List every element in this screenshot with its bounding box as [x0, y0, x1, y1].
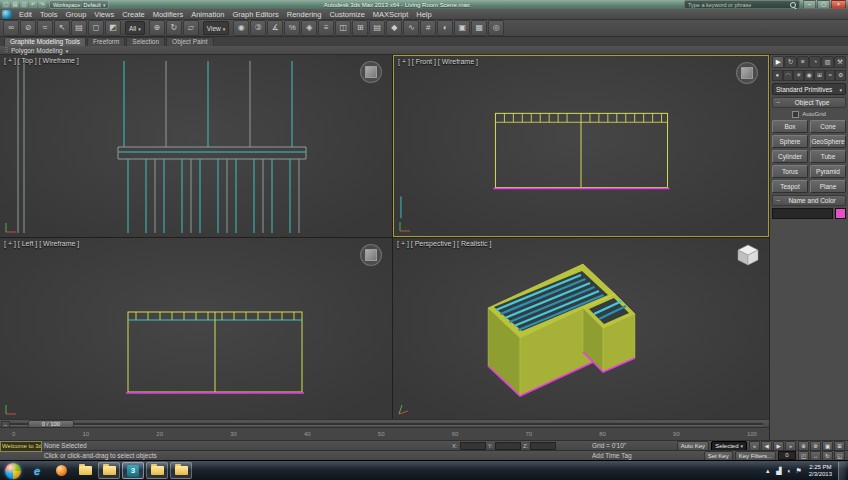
infocenter-search[interactable]: Type a keyword or phrase	[684, 0, 800, 9]
object-type-rollout[interactable]: − Object Type	[772, 97, 846, 108]
track-bar[interactable]: 0102030405060708090100	[0, 427, 769, 440]
window-crossing-icon[interactable]: ◩	[105, 20, 121, 36]
menu-item[interactable]: Graph Editors	[229, 9, 283, 20]
app-logo-icon[interactable]	[2, 10, 12, 19]
tray-volume-icon[interactable]: ◖	[785, 467, 793, 475]
viewport-perspective[interactable]: [ + ] [ Perspective ] [ Realistic ]	[393, 238, 769, 419]
hierarchy-tab-icon[interactable]: ≡	[797, 56, 809, 68]
start-button[interactable]	[5, 463, 21, 479]
wall-front-wireframe[interactable]	[401, 113, 670, 218]
viewcube[interactable]	[736, 62, 758, 84]
taskbar-internet-explorer[interactable]: e	[26, 462, 48, 479]
perspective-viewport-canvas[interactable]	[393, 238, 769, 419]
orbit-icon[interactable]: ↻	[822, 451, 833, 461]
object-type-button[interactable]: Teapot	[772, 180, 808, 193]
viewcube-face[interactable]	[365, 249, 377, 261]
redo-icon[interactable]: ↷	[38, 1, 46, 8]
viewport-left-label[interactable]: [ + ] [ Left ] [ Wireframe ]	[4, 240, 79, 247]
taskbar-media-player[interactable]	[50, 462, 72, 479]
layer-manager-icon[interactable]: ▤	[369, 20, 385, 36]
previous-frame-icon[interactable]: ◀	[761, 441, 772, 451]
auto-key-button[interactable]: Auto Key	[677, 441, 709, 451]
play-icon[interactable]: ▶	[773, 441, 784, 451]
taskbar-3ds-max[interactable]: 3	[122, 462, 144, 479]
room-model[interactable]	[488, 264, 635, 396]
menu-item[interactable]: Edit	[15, 9, 36, 20]
tray-network-icon[interactable]: ▟	[775, 467, 783, 475]
undo-icon[interactable]: ↶	[29, 1, 37, 8]
percent-snap-icon[interactable]: %	[284, 20, 300, 36]
maximize-viewport-toggle-icon[interactable]: ◱	[834, 451, 845, 461]
menu-item[interactable]: Views	[90, 9, 118, 20]
wall-plan-wireframe[interactable]	[18, 59, 306, 233]
viewcube-face[interactable]	[365, 66, 377, 78]
taskbar-folder-window-3[interactable]	[170, 462, 192, 479]
taskbar-folder-window-1[interactable]	[98, 462, 120, 479]
bind-to-space-warp-icon[interactable]: ≈	[37, 20, 53, 36]
select-and-move-icon[interactable]: ⊕	[149, 20, 165, 36]
rectangular-selection-region-icon[interactable]: ◻	[88, 20, 104, 36]
select-object-icon[interactable]: ↖	[54, 20, 70, 36]
menu-item[interactable]: Group	[61, 9, 90, 20]
shapes-icon[interactable]: ◠	[783, 70, 794, 81]
pan-icon[interactable]: ↔	[810, 451, 821, 461]
spinner-snap-icon[interactable]: ◈	[301, 20, 317, 36]
menu-item[interactable]: Modifiers	[149, 9, 187, 20]
object-type-button[interactable]: Sphere	[772, 135, 808, 148]
material-editor-icon[interactable]: ◐	[437, 20, 453, 36]
front-viewport-canvas[interactable]	[394, 56, 768, 236]
viewport-perspective-label[interactable]: [ + ] [ Perspective ] [ Realistic ]	[397, 240, 491, 247]
tray-expand-icon[interactable]: ▴	[764, 467, 772, 475]
render-production-icon[interactable]: ◎	[488, 20, 504, 36]
graphite-ribbon-toggle-icon[interactable]: ◆	[386, 20, 402, 36]
menu-item[interactable]: Rendering	[283, 9, 326, 20]
zoom-extents-all-icon[interactable]: ⊞	[834, 441, 845, 451]
minimize-button[interactable]: –	[803, 0, 816, 9]
x-coordinate-field[interactable]	[460, 442, 486, 450]
object-type-button[interactable]: Cylinder	[772, 150, 808, 163]
primitive-category-dropdown[interactable]: Standard Primitives	[772, 83, 846, 95]
top-viewport-canvas[interactable]	[0, 55, 392, 237]
menu-item[interactable]: MAXScript	[369, 9, 412, 20]
display-tab-icon[interactable]: ▥	[821, 56, 833, 68]
set-key-button[interactable]: Set Key	[704, 451, 733, 461]
object-type-button[interactable]: Box	[772, 120, 808, 133]
systems-icon[interactable]: ⚙	[835, 70, 846, 81]
viewport-front-label[interactable]: [ + ] [ Front ] [ Wireframe ]	[398, 58, 478, 65]
select-and-rotate-icon[interactable]: ↻	[166, 20, 182, 36]
snaps-toggle-icon[interactable]: ③	[250, 20, 266, 36]
object-type-button[interactable]: Cone	[810, 120, 846, 133]
taskbar-folder-window-2[interactable]	[146, 462, 168, 479]
viewcube[interactable]	[360, 61, 382, 83]
zoom-icon[interactable]: ⊕	[798, 441, 809, 451]
rendered-frame-window-icon[interactable]: ▦	[471, 20, 487, 36]
y-coordinate-field[interactable]	[495, 442, 521, 450]
viewport-front[interactable]: [ + ] [ Front ] [ Wireframe ]	[393, 55, 769, 237]
name-color-rollout[interactable]: − Name and Color	[772, 195, 846, 206]
viewcube-face[interactable]	[741, 67, 753, 79]
ribbon-tab[interactable]: Selection	[126, 37, 165, 46]
polygon-modeling-panel[interactable]: Polygon Modeling	[11, 47, 63, 54]
taskbar-clock[interactable]: 2:25 PM 2/3/2013	[806, 464, 835, 478]
object-type-button[interactable]: Pyramid	[810, 165, 846, 178]
curve-editor-icon[interactable]: ∿	[403, 20, 419, 36]
object-color-swatch[interactable]	[835, 208, 846, 219]
time-slider[interactable]: ~ 0 / 100	[0, 419, 769, 427]
menu-item[interactable]: Tools	[36, 9, 62, 20]
named-selection-sets-icon[interactable]: ≡	[318, 20, 334, 36]
cameras-icon[interactable]: ◉	[804, 70, 815, 81]
go-to-end-icon[interactable]: »	[785, 441, 796, 451]
object-name-input[interactable]	[772, 208, 833, 219]
angle-snap-icon[interactable]: ∡	[267, 20, 283, 36]
close-button[interactable]: ×	[831, 0, 846, 9]
menu-item[interactable]: Animation	[187, 9, 228, 20]
viewport-left[interactable]: [ + ] [ Left ] [ Wireframe ]	[0, 238, 392, 419]
geometry-icon[interactable]: ●	[772, 70, 783, 81]
add-time-tag-button[interactable]: Add Time Tag	[592, 452, 632, 459]
time-slider-track[interactable]	[10, 423, 763, 426]
open-file-icon[interactable]: ▤	[11, 1, 19, 8]
viewport-top-label[interactable]: [ + ] [ Top ] [ Wireframe ]	[4, 57, 79, 64]
modify-tab-icon[interactable]: ↻	[784, 56, 796, 68]
wall-side-wireframe[interactable]	[126, 312, 304, 393]
unlink-selection-icon[interactable]: ⊘	[20, 20, 36, 36]
